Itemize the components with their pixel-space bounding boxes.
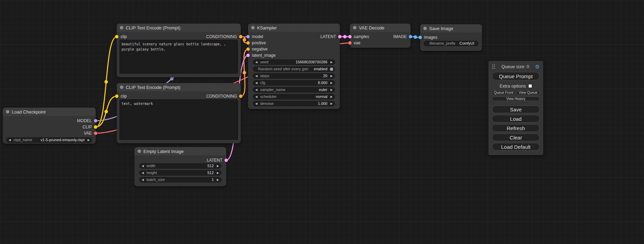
clip-input-port[interactable] [115, 94, 118, 98]
positive-input-port[interactable] [246, 41, 250, 45]
images-input-port[interactable] [418, 36, 422, 39]
output-label-clip: CLIP [82, 125, 92, 129]
prompt-text-area[interactable]: text, watermark [120, 99, 238, 140]
stepper-left-icon[interactable]: ◀ [255, 88, 259, 92]
node-title-bar[interactable]: VAE Decode [350, 24, 411, 32]
settings-gear-icon[interactable]: ⚙ [535, 64, 540, 69]
slot-row: samples IMAGE [350, 34, 411, 40]
widget-value: 8.000 [318, 81, 327, 85]
widget-label: filename_prefix [430, 41, 456, 46]
view-queue-button[interactable]: View Queue [517, 90, 540, 95]
toggle-knob-icon[interactable] [330, 67, 333, 71]
image-output-port[interactable] [409, 35, 412, 38]
stepper-left-icon[interactable]: ◀ [255, 60, 259, 64]
node-clip-text-encode-negative[interactable]: CLIP Text Encode (Prompt) clip CONDITION… [117, 83, 241, 143]
clear-button[interactable]: Clear [492, 134, 540, 141]
latent-image-input-port[interactable] [246, 54, 250, 57]
queue-front-button[interactable]: Queue Front [492, 90, 515, 95]
collapse-dot-icon[interactable] [120, 85, 123, 89]
stepper-left-icon[interactable]: ◀ [255, 94, 259, 99]
load-default-button[interactable]: Load Default [492, 143, 540, 151]
stepper-right-icon[interactable]: ▶ [329, 88, 333, 92]
widget-ckpt-name[interactable]: ◀ ckpt_name v1-5-pruned-emaonly.ckpt ▶ [6, 137, 92, 143]
collapse-dot-icon[interactable] [251, 26, 255, 29]
node-ksampler[interactable]: KSampler model LATENT positive negative … [248, 24, 340, 109]
stepper-right-icon[interactable]: ▶ [215, 178, 219, 182]
clip-input-port[interactable] [115, 35, 118, 38]
load-button[interactable]: Load [492, 115, 540, 123]
model-output-port[interactable] [94, 119, 97, 123]
samples-input-port[interactable] [348, 35, 352, 38]
widget-seed[interactable]: ◀ seed 156680208700286 ▶ [253, 60, 335, 65]
node-title-bar[interactable]: CLIP Text Encode (Prompt) [117, 24, 241, 32]
queue-menu-panel[interactable]: Queue size: 0 ⚙ Queue Prompt Extra optio… [488, 61, 543, 155]
node-title-bar[interactable]: CLIP Text Encode (Prompt) [117, 83, 241, 91]
extra-options-checkbox[interactable] [528, 84, 532, 88]
stepper-left-icon[interactable]: ◀ [255, 101, 259, 106]
clip-output-port[interactable] [94, 125, 97, 129]
node-title-bar[interactable]: Save Image [420, 24, 482, 33]
queue-prompt-button[interactable]: Queue Prompt [492, 72, 540, 80]
model-input-port[interactable] [246, 35, 250, 38]
view-history-button[interactable]: View History [492, 97, 540, 101]
stepper-right-icon[interactable]: ▶ [329, 81, 333, 85]
stepper-left-icon[interactable]: ◀ [9, 138, 12, 142]
widget-steps[interactable]: ◀ steps 20 ▶ [253, 73, 335, 79]
stepper-left-icon[interactable]: ◀ [255, 74, 259, 78]
vae-output-port[interactable] [94, 132, 97, 135]
stepper-right-icon[interactable]: ▶ [329, 74, 333, 78]
collapse-dot-icon[interactable] [353, 26, 356, 29]
widget-scheduler[interactable]: ◀ scheduler normal ▶ [253, 94, 335, 99]
widget-filename-prefix[interactable]: filename_prefix ComfyUI [424, 41, 478, 46]
widget-value: ComfyUI [459, 41, 474, 46]
stepper-right-icon[interactable]: ▶ [329, 60, 333, 64]
node-title-bar[interactable]: Empty Latent Image [134, 147, 226, 155]
prompt-text-area[interactable]: beautiful scenery nature glass bottle la… [120, 40, 238, 74]
refresh-button[interactable]: Refresh [492, 124, 540, 132]
node-empty-latent-image[interactable]: Empty Latent Image LATENT ◀ width 512 ▶ … [134, 147, 226, 186]
widget-value: 512 [208, 164, 214, 168]
node-save-image[interactable]: Save Image images filename_prefix ComfyU… [420, 24, 482, 51]
widget-random-seed-toggle[interactable]: Random seed after every gen enabled [253, 66, 335, 72]
widget-cfg[interactable]: ◀ cfg 8.000 ▶ [253, 80, 335, 85]
save-button[interactable]: Save [492, 106, 540, 113]
output-label-conditioning: CONDITIONING [206, 34, 237, 39]
widget-denoise[interactable]: ◀ denoise 1.000 ▶ [253, 101, 335, 106]
node-clip-text-encode-positive[interactable]: CLIP Text Encode (Prompt) clip CONDITION… [117, 24, 241, 77]
stepper-left-icon[interactable]: ◀ [142, 171, 145, 175]
collapse-dot-icon[interactable] [138, 150, 141, 153]
latent-output-port[interactable] [338, 35, 342, 38]
collapse-dot-icon[interactable] [423, 27, 427, 30]
collapse-dot-icon[interactable] [6, 110, 9, 114]
stepper-right-icon[interactable]: ▶ [215, 164, 219, 168]
slot-row: LATENT [134, 157, 226, 163]
stepper-right-icon[interactable]: ▶ [329, 101, 333, 106]
input-label-vae: vae [354, 40, 360, 45]
stepper-right-icon[interactable]: ▶ [86, 138, 90, 142]
widget-sampler-name[interactable]: ◀ sampler_name euler ▶ [253, 87, 335, 92]
latent-output-port[interactable] [224, 159, 228, 162]
node-title-bar[interactable]: KSampler [248, 24, 340, 32]
widget-height[interactable]: ◀ height 512 ▶ [139, 170, 221, 175]
input-label-images: images [424, 35, 438, 40]
collapse-dot-icon[interactable] [120, 26, 123, 29]
stepper-right-icon[interactable]: ▶ [215, 171, 219, 175]
conditioning-output-port[interactable] [239, 35, 242, 38]
widget-batch-size[interactable]: ◀ batch_size 1 ▶ [139, 177, 221, 182]
stepper-left-icon[interactable]: ◀ [255, 81, 259, 85]
stepper-left-icon[interactable]: ◀ [142, 164, 145, 168]
stepper-left-icon[interactable]: ◀ [142, 178, 145, 182]
widget-width[interactable]: ◀ width 512 ▶ [139, 163, 221, 169]
conditioning-output-port[interactable] [239, 94, 242, 98]
input-label-clip: clip [121, 34, 127, 39]
vae-input-port[interactable] [348, 41, 352, 45]
node-load-checkpoint[interactable]: Load Checkpoint MODEL CLIP VAE ◀ ckpt_na… [3, 108, 96, 144]
stepper-right-icon[interactable]: ▶ [329, 94, 333, 99]
negative-input-port[interactable] [246, 47, 250, 51]
node-title-bar[interactable]: Load Checkpoint [3, 108, 96, 116]
slot-row: images [420, 34, 482, 40]
widget-label: ckpt_name [14, 138, 32, 142]
graph-canvas[interactable]: Load Checkpoint MODEL CLIP VAE ◀ ckpt_na… [0, 0, 644, 244]
node-vae-decode[interactable]: VAE Decode samples IMAGE vae [350, 24, 411, 48]
menu-drag-handle-icon[interactable] [492, 64, 495, 69]
